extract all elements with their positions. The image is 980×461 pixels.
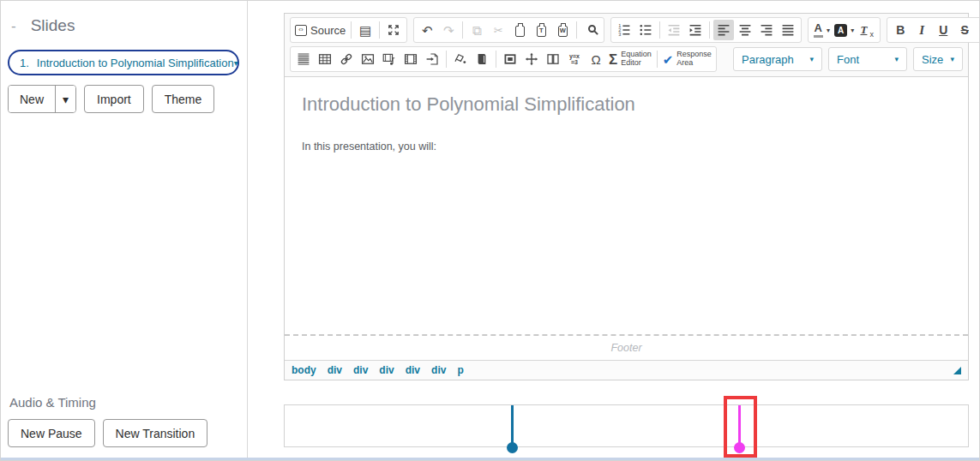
size-dropdown[interactable]: Size ▾ <box>913 47 963 71</box>
path-item-p[interactable]: p <box>457 364 463 376</box>
path-item-div[interactable]: div <box>379 364 394 376</box>
equation-editor-button[interactable]: Σ EquationEditor <box>607 49 653 69</box>
find-replace-button[interactable] <box>580 20 601 40</box>
indent-button[interactable] <box>685 20 706 40</box>
numbered-list-button[interactable] <box>614 20 634 40</box>
insert-video-button[interactable] <box>400 49 421 69</box>
align-right-button[interactable] <box>756 20 777 40</box>
editor-content-area[interactable]: Introduction to Polynomial Simplificatio… <box>285 77 968 334</box>
move-icon <box>525 52 538 66</box>
remove-format-icon: T <box>860 23 867 37</box>
insert-image-button[interactable] <box>358 49 378 69</box>
move-tool-button[interactable] <box>521 49 542 69</box>
theme-button[interactable]: Theme <box>152 85 215 113</box>
undo-icon: ↶ <box>422 24 433 37</box>
response-area-button[interactable]: ✔ ResponseArea <box>661 49 713 69</box>
special-character-button[interactable]: Ω <box>586 49 606 69</box>
slides-header: - Slides <box>1 1 247 35</box>
chevron-down-icon: ▾ <box>803 55 814 63</box>
copy-icon: ⧉ <box>472 24 482 37</box>
align-justify-button[interactable] <box>778 20 798 40</box>
path-item-div[interactable]: div <box>328 364 342 376</box>
path-item-div[interactable]: div <box>431 364 446 376</box>
bulleted-list-button[interactable] <box>635 20 656 40</box>
marker-dot[interactable] <box>507 442 518 453</box>
collapse-slides-button[interactable]: - <box>11 18 16 35</box>
font-dropdown[interactable]: Font ▾ <box>828 47 907 71</box>
align-center-button[interactable] <box>735 20 755 40</box>
insert-media-button[interactable] <box>379 49 400 69</box>
toolbar-row-2: y=x=3 Ω Σ EquationEditor ✔ Resp <box>290 46 963 72</box>
path-item-body[interactable]: body <box>292 364 316 376</box>
background-color-button[interactable]: A ▾ <box>833 20 856 40</box>
insert-table-button[interactable] <box>315 49 335 69</box>
image-icon <box>361 52 375 66</box>
slide-selector-label: Introduction to Polynomial Simplificatio… <box>37 57 234 69</box>
undo-button[interactable]: ↶ <box>417 20 437 40</box>
marker-line <box>738 405 741 445</box>
ink-tool-button[interactable] <box>450 49 471 69</box>
new-transition-button[interactable]: New Transition <box>103 419 208 447</box>
cut-button[interactable]: ✂ <box>488 20 508 40</box>
slide-editor-page: - Slides 1. Introduction to Polynomial S… <box>0 0 980 461</box>
div-container-button[interactable] <box>500 49 520 69</box>
path-item-div[interactable]: div <box>406 364 420 376</box>
new-slide-split-button: New ▾ <box>8 85 76 113</box>
outdent-button[interactable] <box>664 20 684 40</box>
source-button[interactable]: ‹› Source <box>293 20 347 40</box>
text-color-icon: A <box>814 22 823 37</box>
equation-editor-label: EquationEditor <box>621 51 652 68</box>
italic-button[interactable]: I <box>911 20 932 40</box>
new-slide-dropdown-button[interactable]: ▾ <box>55 86 75 112</box>
glossary-button[interactable] <box>472 49 492 69</box>
new-slide-button[interactable]: New <box>9 86 55 112</box>
new-pause-button[interactable]: New Pause <box>8 419 95 447</box>
path-item-div[interactable]: div <box>353 364 368 376</box>
marker-line <box>511 405 514 445</box>
slide-paragraph[interactable]: In this presentation, you will: <box>302 141 951 153</box>
maximize-button[interactable] <box>383 20 404 40</box>
marker-dot[interactable] <box>734 442 745 453</box>
paste-as-text-button[interactable]: T <box>531 20 551 40</box>
text-color-button[interactable]: A ▾ <box>811 20 832 40</box>
timeline-track[interactable] <box>284 404 969 447</box>
strikethrough-button[interactable]: S <box>954 20 975 40</box>
checkmark-icon: ✔ <box>663 53 674 66</box>
strikethrough-icon: S <box>961 23 969 37</box>
resize-handle[interactable] <box>953 367 961 374</box>
insert-document-button[interactable] <box>422 49 442 69</box>
toolbar-row-1: ‹› Source ▤ ↶ ↷ ⧉ <box>290 17 963 43</box>
align-left-button[interactable] <box>713 20 734 40</box>
bold-button[interactable]: B <box>890 20 911 40</box>
slide-selector-dropdown[interactable]: 1. Introduction to Polynomial Simplifica… <box>8 50 239 75</box>
underline-button[interactable]: U <box>933 20 953 40</box>
paste-from-word-button[interactable]: W <box>552 20 573 40</box>
sidebar-divider <box>247 1 248 460</box>
media-icon <box>382 52 396 66</box>
slide-heading[interactable]: Introduction to Polynomial Simplificatio… <box>302 93 951 116</box>
book-icon <box>475 52 489 66</box>
footer-placeholder: Footer <box>610 342 641 354</box>
line-height-button[interactable] <box>293 49 314 69</box>
slide-footer-zone[interactable]: Footer <box>285 334 968 360</box>
source-label: Source <box>310 24 346 37</box>
paragraph-format-dropdown[interactable]: Paragraph ▾ <box>733 47 822 71</box>
import-button[interactable]: Import <box>84 85 144 113</box>
copy-button[interactable]: ⧉ <box>466 20 487 40</box>
columns-button[interactable] <box>543 49 563 69</box>
remove-format-button[interactable]: T x <box>857 20 877 40</box>
paste-icon <box>515 26 525 37</box>
columns-icon <box>546 52 560 66</box>
math-substitution-button[interactable]: y=x=3 <box>564 49 585 69</box>
maximize-icon <box>387 23 400 37</box>
insert-link-button[interactable] <box>336 49 357 69</box>
search-icon <box>588 25 596 33</box>
sigma-icon: Σ <box>609 52 617 67</box>
redo-button[interactable]: ↷ <box>438 20 459 40</box>
subscript-button[interactable]: x2 <box>976 20 980 40</box>
show-blocks-button[interactable]: ▤ <box>355 20 376 40</box>
align-right-icon <box>760 23 773 37</box>
paste-button[interactable] <box>509 20 530 40</box>
align-justify-icon <box>781 23 795 37</box>
chevron-down-icon: ▾ <box>943 55 954 63</box>
